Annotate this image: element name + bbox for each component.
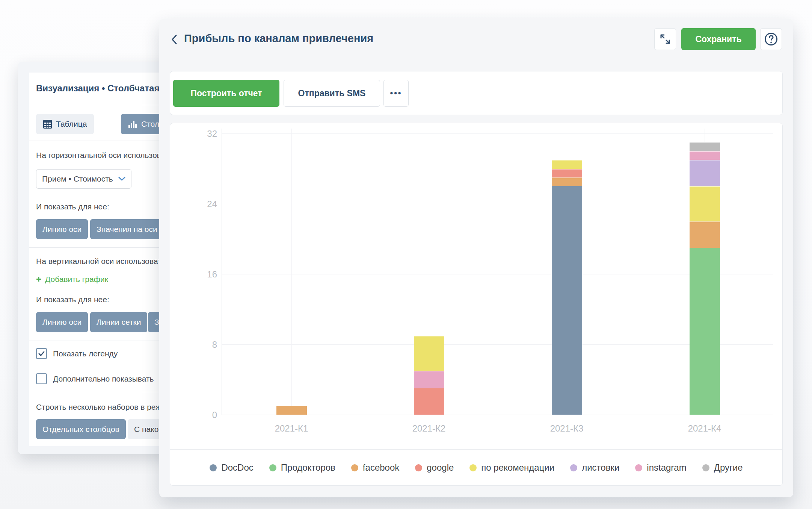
bar-segment-Продокторов[interactable] <box>690 248 720 415</box>
bar-segment-по рекомендации[interactable] <box>414 336 444 371</box>
legend-label: instagram <box>647 462 686 473</box>
page: { "colors": { "accent_green": "#4daf52",… <box>0 0 812 509</box>
chevron-down-icon <box>118 177 125 181</box>
legend-label: facebook <box>363 462 399 473</box>
y-tick-label: 8 <box>195 339 217 350</box>
show-legend-checkbox[interactable] <box>36 348 47 359</box>
panel-title: Визуализация • Столбчатая <box>36 83 159 94</box>
bar-segment-instagram[interactable] <box>690 151 720 160</box>
bar-segment-DocDoc[interactable] <box>552 186 582 415</box>
bar-segment-google[interactable] <box>414 388 444 415</box>
x-axis-line <box>222 415 773 415</box>
additional-show-checkbox[interactable] <box>36 373 47 384</box>
sets-mode-label: Строить несколько наборов в режиме: <box>36 403 177 412</box>
save-button[interactable]: Сохранить <box>681 28 756 50</box>
y-tick-label: 0 <box>195 410 217 420</box>
legend-item-DocDoc[interactable]: DocDoc <box>210 462 253 473</box>
legend-dot <box>415 464 422 471</box>
help-button[interactable] <box>760 28 782 50</box>
legend-dot <box>469 464 477 471</box>
bar-segment-facebook[interactable] <box>690 221 720 248</box>
report-card: Прибыль по каналам привлечения Сохранить… <box>159 19 793 497</box>
chevron-left-icon <box>171 34 177 45</box>
stacked-bar-chart: 081624322021-К12021-К22021-К32021-К4 Doc… <box>170 123 783 486</box>
bar-segment-по рекомендации[interactable] <box>552 160 582 168</box>
y-tick-label: 32 <box>195 129 217 139</box>
y-tick-label: 16 <box>195 269 217 280</box>
vertical-option-grid-lines[interactable]: Линии сетки <box>90 312 147 332</box>
vertical-option-axis-line[interactable]: Линию оси <box>36 312 88 332</box>
send-sms-button[interactable]: Отправить SMS <box>284 80 380 107</box>
horizontal-axis-section: На горизонтальной оси использовать: Прие… <box>29 141 176 248</box>
legend-dot <box>269 464 276 471</box>
legend-item-листовки[interactable]: листовки <box>570 462 619 473</box>
expand-icon <box>660 33 671 45</box>
bar-segment-facebook[interactable] <box>276 406 307 415</box>
expand-button[interactable] <box>654 28 676 50</box>
panel-header-section: Визуализация • Столбчатая <box>29 73 176 105</box>
visualization-settings-inner: Визуализация • Столбчатая Таблица <box>29 73 176 446</box>
x-tick-label: 2021-К1 <box>258 423 325 434</box>
legend-item-facebook[interactable]: facebook <box>351 462 399 473</box>
horizontal-option-axis-line[interactable]: Линию оси <box>36 219 88 239</box>
x-tick-label: 2021-К4 <box>671 423 738 434</box>
legend-dot <box>210 464 217 471</box>
legend-item-по рекомендации[interactable]: по рекомендации <box>469 462 554 473</box>
additional-show-label: Дополнительно показывать <box>53 374 154 383</box>
report-toolbar: Построить отчет Отправить SMS ••• <box>170 71 783 115</box>
legend-dot <box>702 464 709 471</box>
legend-label: DocDoc <box>221 462 253 473</box>
legend-item-instagram[interactable]: instagram <box>635 462 686 473</box>
bar-segment-facebook[interactable] <box>552 177 582 186</box>
legend-item-Другие[interactable]: Другие <box>702 462 743 473</box>
sets-mode-section: Строить несколько наборов в режиме: Отде… <box>29 392 176 446</box>
legend-label: Другие <box>714 462 743 473</box>
more-actions-button[interactable]: ••• <box>383 80 409 107</box>
view-tabs-section: Таблица Столбчатая <box>29 105 176 141</box>
legend-label: листовки <box>582 462 619 473</box>
x-gridline <box>291 129 292 415</box>
bar-segment-листовки[interactable] <box>690 160 720 186</box>
checkmark-icon <box>38 351 45 356</box>
x-tick-label: 2021-К2 <box>395 423 463 434</box>
horizontal-axis-dropdown[interactable]: Прием • Стоимость <box>36 169 131 189</box>
back-button[interactable] <box>171 34 181 45</box>
x-tick-label: 2021-К3 <box>533 423 601 434</box>
horizontal-show-for-label: И показать для нее: <box>36 202 109 211</box>
question-icon <box>764 32 778 46</box>
table-icon <box>43 120 52 129</box>
legend-label: Продокторов <box>281 462 335 473</box>
legend-label: по рекомендации <box>481 462 554 473</box>
bar-chart-icon <box>128 120 137 128</box>
show-legend-label: Показать легенду <box>53 349 118 358</box>
legend-options-section: Показать легенду Дополнительно показыват… <box>29 341 176 392</box>
vertical-axis-label: На вертикальной оси использовать: <box>36 257 168 266</box>
legend-dot <box>635 464 642 471</box>
plus-icon: + <box>36 274 41 285</box>
legend-item-google[interactable]: google <box>415 462 454 473</box>
chart-legend: DocDocПродокторовfacebookgoogleпо рекоме… <box>170 449 782 486</box>
legend-item-Продокторов[interactable]: Продокторов <box>269 462 335 473</box>
sets-option-separate-columns[interactable]: Отдельных столбцов <box>36 419 126 439</box>
legend-dot <box>570 464 577 471</box>
bar-segment-по рекомендации[interactable] <box>690 186 720 221</box>
build-report-button[interactable]: Построить отчет <box>173 80 279 107</box>
legend-label: google <box>427 462 454 473</box>
legend-dot <box>351 464 358 471</box>
tab-table[interactable]: Таблица <box>36 114 94 134</box>
horizontal-axis-dropdown-value: Прием • Стоимость <box>42 174 113 183</box>
bar-segment-Другие[interactable] <box>690 142 720 151</box>
add-graph-label: Добавить график <box>45 275 108 284</box>
bar-segment-instagram[interactable] <box>414 371 444 388</box>
horizontal-option-axis-values[interactable]: Значения на оси <box>90 219 164 239</box>
add-graph-link[interactable]: + Добавить график <box>36 274 108 285</box>
vertical-show-for-label: И показать для нее: <box>36 295 109 304</box>
page-title: Прибыль по каналам привлечения <box>184 32 373 45</box>
horizontal-axis-label: На горизонтальной оси использовать: <box>36 151 175 160</box>
tab-table-label: Таблица <box>56 120 87 129</box>
visualization-settings-panel: Визуализация • Столбчатая Таблица <box>18 62 176 454</box>
y-tick-label: 24 <box>195 199 217 209</box>
y-gridline <box>222 133 773 134</box>
vertical-axis-section: На вертикальной оси использовать: + Доба… <box>29 248 176 341</box>
bar-segment-google[interactable] <box>552 169 582 177</box>
